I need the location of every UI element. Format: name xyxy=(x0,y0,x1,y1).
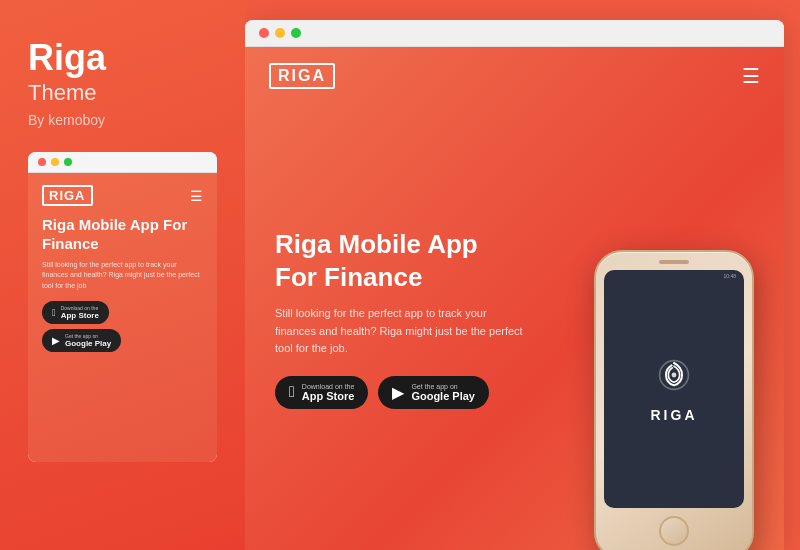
sidebar: Riga Theme By kemoboy RIGA ☰ Riga Mobile… xyxy=(0,0,245,550)
phone-screen: 10:48 RIGA xyxy=(604,270,744,508)
mini-logo: RIGA xyxy=(42,185,93,206)
mini-hero-title: Riga Mobile App For Finance xyxy=(42,216,203,254)
main-dot-yellow xyxy=(275,28,285,38)
main-hero-title: Riga Mobile App For Finance xyxy=(275,228,525,293)
mini-buttons:  Download on the App Store ▶ Get the ap… xyxy=(42,301,203,352)
phone-home-button xyxy=(659,516,689,546)
main-content: RIGA ☰ Riga Mobile App For Finance Still… xyxy=(245,47,784,550)
main-app-store-label: App Store xyxy=(302,390,355,402)
mini-google-play-text: Get the app on Google Play xyxy=(65,333,111,348)
main-hero-desc: Still looking for the perfect app to tra… xyxy=(275,305,525,358)
apple-icon:  xyxy=(52,307,56,318)
main-browser: RIGA ☰ Riga Mobile App For Finance Still… xyxy=(245,20,784,550)
mini-dot-yellow xyxy=(51,158,59,166)
sidebar-author: By kemoboy xyxy=(28,112,217,128)
main-dot-red xyxy=(259,28,269,38)
mini-content: RIGA ☰ Riga Mobile App For Finance Still… xyxy=(28,173,217,462)
mini-browser-preview: RIGA ☰ Riga Mobile App For Finance Still… xyxy=(28,152,217,462)
mini-dot-red xyxy=(38,158,46,166)
main-app-store-small: Download on the xyxy=(302,383,355,390)
main-hamburger-icon[interactable]: ☰ xyxy=(742,64,760,88)
mini-google-play-label: Google Play xyxy=(65,339,111,348)
mini-hero-desc: Still looking for the perfect app to tra… xyxy=(42,260,203,292)
main-google-play-text: Get the app on Google Play xyxy=(411,383,475,402)
sidebar-subtitle: Theme xyxy=(28,80,217,106)
main-browser-bar xyxy=(245,20,784,47)
main-dot-green xyxy=(291,28,301,38)
svg-point-1 xyxy=(672,373,677,378)
main-app-store-btn[interactable]:  Download on the App Store xyxy=(275,376,368,409)
mini-app-store-label: App Store xyxy=(61,311,99,320)
main-store-buttons:  Download on the App Store ▶ Get the ap… xyxy=(275,376,525,409)
phone-outer: 10:48 RIGA xyxy=(594,250,754,550)
main-logo: RIGA xyxy=(269,63,335,89)
main-app-store-text: Download on the App Store xyxy=(302,383,355,402)
main-navbar: RIGA ☰ xyxy=(245,47,784,105)
main-google-play-label: Google Play xyxy=(411,390,475,402)
mini-hamburger-icon: ☰ xyxy=(190,189,203,203)
mini-browser-bar xyxy=(28,152,217,173)
mini-dot-green xyxy=(64,158,72,166)
google-play-icon: ▶ xyxy=(392,383,404,402)
phone-mockup: 10:48 RIGA xyxy=(584,250,764,550)
main-hero: Riga Mobile App For Finance Still lookin… xyxy=(245,168,555,429)
mini-app-store-btn[interactable]:  Download on the App Store xyxy=(42,301,109,324)
riga-spiral-icon xyxy=(654,355,694,399)
phone-status-bar: 10:48 xyxy=(723,273,736,279)
mini-google-play-btn[interactable]: ▶ Get the app on Google Play xyxy=(42,329,121,352)
apple-icon:  xyxy=(289,383,295,401)
sidebar-title: Riga xyxy=(28,40,217,76)
phone-logo-text: RIGA xyxy=(651,407,698,423)
phone-speaker xyxy=(659,260,689,264)
main-google-play-btn[interactable]: ▶ Get the app on Google Play xyxy=(378,376,489,409)
main-google-play-small: Get the app on xyxy=(411,383,475,390)
mini-app-store-text: Download on the App Store xyxy=(61,305,99,320)
google-play-icon: ▶ xyxy=(52,335,60,346)
mini-nav: RIGA ☰ xyxy=(42,185,203,206)
